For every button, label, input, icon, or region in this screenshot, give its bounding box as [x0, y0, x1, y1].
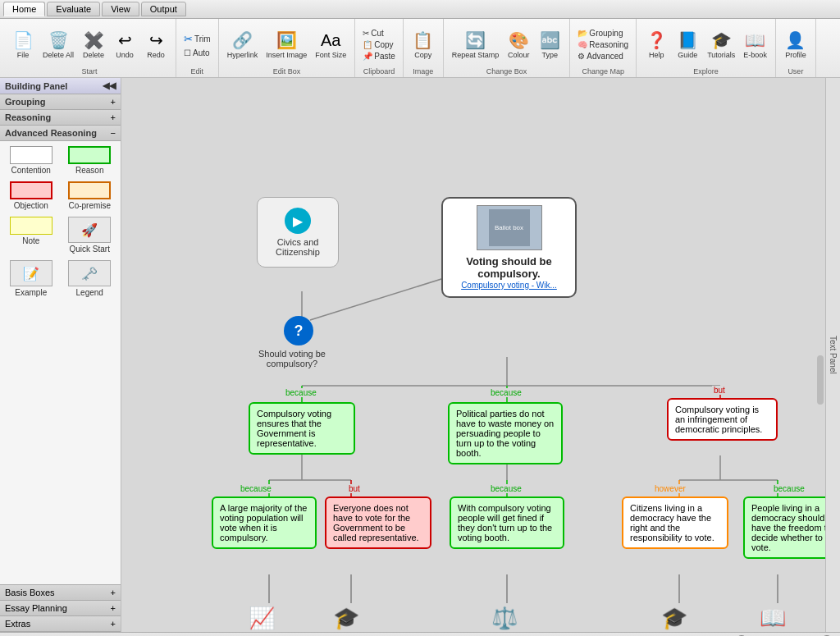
basis-icon-1[interactable]: 📈	[249, 606, 275, 631]
wiki-link[interactable]: Compulsory voting - Wik...	[461, 281, 557, 290]
reason-node-2[interactable]: Political parties do not have to waste m…	[448, 402, 563, 464]
ribbon-btn-tutorials[interactable]: 🎓 Tutorials	[704, 29, 738, 61]
ribbon-btn-undo[interactable]: ↩ Undo	[110, 29, 139, 61]
ribbon-items-image: 📋 Copy	[409, 22, 438, 67]
copremise-item-label: Co-premise	[68, 201, 111, 210]
ribbon-btn-colour[interactable]: 🎨 Colour	[504, 29, 533, 61]
guide-icon: 📘	[678, 30, 698, 50]
reason-1-text: Compulsory voting ensures that the Gover…	[257, 409, 331, 448]
panel-collapse-icon[interactable]: ◀◀	[103, 80, 116, 91]
ribbon-btn-cut[interactable]: ✂Cut	[360, 28, 398, 39]
reasoning-icon: 🧠	[578, 40, 587, 49]
contention-box	[10, 146, 52, 164]
ribbon-btn-help[interactable]: ❓ Help	[641, 29, 671, 61]
canvas-area[interactable]: ▶ Civics and Citizenship ? Should voting…	[121, 78, 825, 632]
menu-bar: Home Evaluate View Output	[0, 0, 840, 19]
main-topic-node[interactable]: Ballot box Voting should be compulsory. …	[441, 197, 577, 298]
basis-boxes-label: Basis Boxes	[5, 588, 55, 597]
panel-item-quickstart[interactable]: 🚀 Quick Start	[68, 217, 111, 254]
basis-icon-4[interactable]: 🎓	[661, 606, 687, 631]
tutorials-icon: 🎓	[711, 30, 732, 50]
sub-node-1[interactable]: A large majority of the voting populatio…	[212, 496, 317, 549]
civics-label: Civics and Citizenship	[267, 237, 328, 257]
ribbon-btn-copy-img[interactable]: 📋 Copy	[409, 29, 438, 61]
ribbon-btn-guide[interactable]: 📘 Guide	[673, 29, 702, 61]
panel-content: Contention Reason Objection Co-premise N…	[0, 141, 121, 302]
civics-node[interactable]: ▶ Civics and Citizenship	[257, 197, 339, 268]
sub-node-2[interactable]: Everyone does not have to vote for the G…	[325, 496, 431, 549]
panel-title: Building Panel	[5, 81, 67, 91]
sub-node-4[interactable]: Citizens living in a democracy have the …	[622, 496, 728, 549]
ribbon-btn-font-size[interactable]: Aa Font Size	[312, 30, 349, 61]
essay-expand-icon: +	[111, 603, 116, 613]
panel-item-reason[interactable]: Reason	[68, 146, 111, 175]
hyperlink-icon: 🔗	[232, 30, 253, 50]
ribbon-btn-redo[interactable]: ↪ Redo	[141, 29, 171, 61]
basis-expand-icon: +	[111, 588, 116, 597]
quickstart-icon: 🚀	[68, 217, 111, 243]
ribbon-btn-insert-image[interactable]: 🖼️ Insert Image	[262, 29, 310, 61]
ribbon-btn-trim[interactable]: ✂ Trim	[181, 32, 213, 46]
panel-item-note[interactable]: Note	[10, 217, 52, 254]
panel-section-grouping[interactable]: Grouping +	[0, 94, 121, 110]
connector-label-s2: but	[347, 484, 362, 493]
font-size-icon: Aa	[321, 31, 340, 50]
sub-node-3[interactable]: With compulsory voting people will get f…	[450, 496, 564, 549]
ribbon-btn-grouping[interactable]: 📂Grouping	[575, 28, 631, 39]
right-panel[interactable]: Text Panel	[825, 78, 840, 632]
trim-icon: ✂	[184, 33, 193, 45]
ribbon-btn-file[interactable]: 📄 File	[8, 29, 38, 61]
ribbon-items-explore: ❓ Help 📘 Guide 🎓 Tutorials 📖 E-book	[641, 22, 770, 67]
advanced-collapse-icon: −	[111, 128, 116, 138]
sub-node-5[interactable]: People living in a democracy should have…	[743, 496, 825, 559]
ribbon-btn-type[interactable]: 🔤 Type	[535, 29, 564, 61]
panel-section-reasoning[interactable]: Reasoning +	[0, 110, 121, 126]
bottom-section-essay[interactable]: Essay Planning +	[0, 601, 121, 616]
image-group-label: Image	[413, 67, 433, 75]
note-box	[10, 217, 52, 235]
ribbon-btn-profile[interactable]: 👤 Profile	[781, 29, 810, 61]
basis-icon-5[interactable]: 📖	[760, 606, 786, 631]
ribbon-btn-delete-all[interactable]: 🗑️ Delete All	[39, 29, 77, 61]
reason-node-3[interactable]: Compulsory voting is an infringement of …	[667, 398, 778, 441]
menu-tab-view[interactable]: View	[102, 2, 139, 16]
reason-2-text: Political parties do not have to waste m…	[456, 409, 554, 458]
changemap-group-label: Change Map	[582, 67, 624, 75]
question-icon: ?	[284, 316, 313, 345]
copy-img-icon: 📋	[413, 30, 433, 50]
bottom-section-basis[interactable]: Basis Boxes +	[0, 585, 121, 601]
ribbon-btn-repeat[interactable]: 🔄 Repeat Stamp	[449, 29, 503, 61]
menu-tab-home[interactable]: Home	[3, 2, 45, 16]
ribbon-btn-delete[interactable]: ✖️ Delete	[79, 29, 108, 61]
panel-item-objection[interactable]: Objection	[10, 181, 52, 210]
ribbon-btn-advanced[interactable]: ⚙Advanced	[575, 51, 631, 62]
ribbon-btn-auto[interactable]: ☐ Auto	[181, 48, 213, 58]
profile-icon: 👤	[785, 30, 806, 50]
basis-icon-3[interactable]: ⚖️	[491, 606, 518, 631]
left-panel: Building Panel ◀◀ Grouping + Reasoning +…	[0, 78, 121, 632]
panel-item-contention[interactable]: Contention	[10, 146, 52, 175]
extras-expand-icon: +	[111, 619, 116, 629]
panel-item-legend[interactable]: 🗝️ Legend	[68, 260, 111, 297]
ribbon-items-changebox: 🔄 Repeat Stamp 🎨 Colour 🔤 Type	[449, 22, 565, 67]
reason-node-1[interactable]: Compulsory voting ensures that the Gover…	[249, 402, 355, 455]
ribbon-btn-paste[interactable]: 📌Paste	[360, 51, 398, 62]
menu-tab-evaluate[interactable]: Evaluate	[47, 2, 100, 16]
ribbon-items-changemap: 📂Grouping 🧠Reasoning ⚙Advanced	[575, 22, 631, 67]
ribbon: 📄 File 🗑️ Delete All ✖️ Delete ↩ Undo ↪ …	[0, 19, 840, 78]
ribbon-btn-reasoning[interactable]: 🧠Reasoning	[575, 39, 631, 50]
basis-icon-2[interactable]: 🎓	[333, 606, 359, 631]
connector-label-r1: because	[284, 388, 318, 397]
ebook-icon: 📖	[745, 30, 765, 50]
panel-section-advanced[interactable]: Advanced Reasoning −	[0, 126, 121, 141]
ribbon-btn-ebook[interactable]: 📖 E-book	[740, 29, 770, 61]
ribbon-btn-hyperlink[interactable]: 🔗 Hyperlink	[224, 29, 262, 61]
panel-item-copremise[interactable]: Co-premise	[68, 181, 111, 210]
connector-label-s4: however	[653, 484, 687, 493]
ribbon-btn-copy-sm[interactable]: 📋Copy	[360, 39, 398, 50]
panel-item-example[interactable]: 📝 Example	[10, 260, 52, 297]
auto-checkbox: ☐	[184, 48, 191, 57]
extras-label: Extras	[5, 619, 30, 629]
menu-tab-output[interactable]: Output	[141, 2, 186, 16]
bottom-section-extras[interactable]: Extras +	[0, 616, 121, 632]
